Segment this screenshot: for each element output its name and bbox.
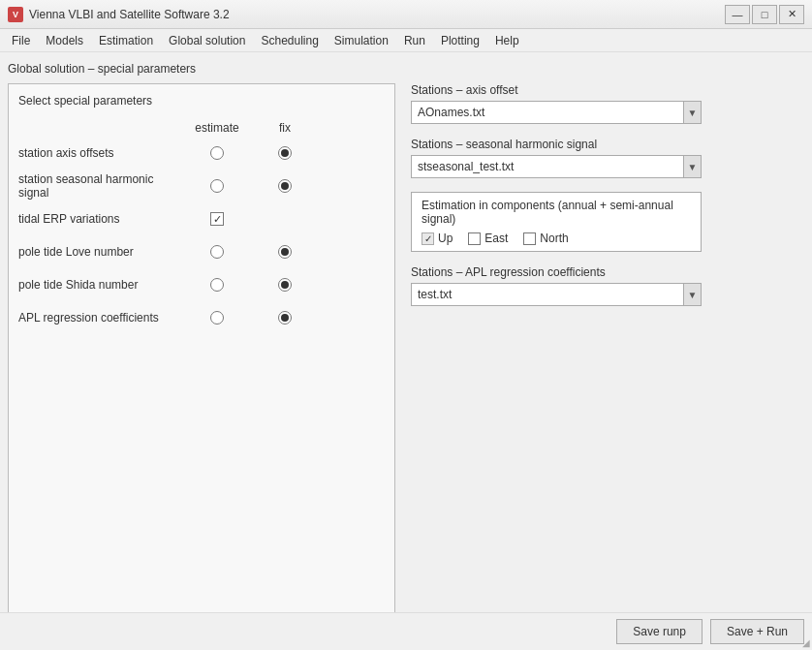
estimation-components-box: Estimation in components (annual + semi-… xyxy=(411,192,702,252)
param-row-tidal-erp: tidal ERP variations xyxy=(18,208,385,230)
menu-run[interactable]: Run xyxy=(396,32,433,49)
radio-fix-4[interactable] xyxy=(278,278,292,292)
fix-radio-apl[interactable] xyxy=(251,311,319,325)
seasonal-harmonic-arrow[interactable]: ▼ xyxy=(683,156,701,177)
menu-help[interactable]: Help xyxy=(487,32,527,49)
window-controls: — □ ✕ xyxy=(725,5,804,24)
radio-estimate-3[interactable] xyxy=(210,245,224,259)
seasonal-harmonic-label: Stations – seasonal harmonic signal xyxy=(411,138,804,151)
fix-radio-seasonal[interactable] xyxy=(251,179,319,193)
estimation-components-label: Estimation in components (annual + semi-… xyxy=(422,199,691,226)
right-panel: Stations – axis offset AOnames.txt ▼ Sta… xyxy=(411,83,804,642)
app-icon: V xyxy=(8,7,23,22)
menu-bar: File Models Estimation Global solution S… xyxy=(0,29,812,52)
radio-fix-1[interactable] xyxy=(278,179,292,193)
column-headers: estimate fix xyxy=(18,121,385,135)
checkbox-east[interactable] xyxy=(468,232,481,245)
checkbox-up-label[interactable]: Up xyxy=(422,232,453,245)
param-row-love-number: pole tide Love number xyxy=(18,241,385,263)
fix-radio-love[interactable] xyxy=(251,245,319,259)
apl-regression-label: Stations – APL regression coefficients xyxy=(411,265,804,279)
close-button[interactable]: ✕ xyxy=(779,5,804,24)
save-and-run-button[interactable]: Save + Run xyxy=(710,619,804,644)
fix-header: fix xyxy=(251,121,319,135)
fix-radio-shida[interactable] xyxy=(251,278,319,292)
checkbox-tidal-erp[interactable] xyxy=(183,212,251,226)
param-label-apl-regression: APL regression coefficients xyxy=(18,311,183,325)
radio-fix-3[interactable] xyxy=(278,245,292,259)
seasonal-harmonic-group: Stations – seasonal harmonic signal stse… xyxy=(411,138,804,178)
checkbox-up[interactable] xyxy=(422,232,434,245)
param-label-tidal-erp: tidal ERP variations xyxy=(18,212,183,226)
axis-offset-group: Stations – axis offset AOnames.txt ▼ xyxy=(411,83,804,124)
window-title: Vienna VLBI and Satellite Software 3.2 xyxy=(29,8,725,21)
axis-offset-label: Stations – axis offset xyxy=(411,83,804,97)
axis-offset-dropdown[interactable]: AOnames.txt ▼ xyxy=(411,101,702,124)
menu-global-solution[interactable]: Global solution xyxy=(161,32,253,49)
fix-radio-axis-offsets[interactable] xyxy=(251,146,319,160)
param-label-seasonal-harmonic: station seasonal harmonic signal xyxy=(18,172,183,200)
radio-estimate-1[interactable] xyxy=(210,179,224,193)
apl-regression-value: test.txt xyxy=(418,288,683,301)
checkbox-north-text: North xyxy=(540,232,568,245)
checkbox-north-label[interactable]: North xyxy=(523,232,568,245)
maximize-button[interactable]: □ xyxy=(752,5,777,24)
estimate-radio-apl[interactable] xyxy=(183,311,251,325)
radio-estimate-4[interactable] xyxy=(210,278,224,292)
main-content: Select special parameters estimate fix s… xyxy=(8,83,804,642)
checkbox-north[interactable] xyxy=(523,232,536,245)
checkbox-up-text: Up xyxy=(438,232,453,245)
estimate-header: estimate xyxy=(183,121,251,135)
axis-offset-arrow[interactable]: ▼ xyxy=(683,102,701,123)
seasonal-harmonic-dropdown[interactable]: stseasonal_test.txt ▼ xyxy=(411,155,702,178)
apl-regression-dropdown[interactable]: test.txt ▼ xyxy=(411,283,702,306)
menu-estimation[interactable]: Estimation xyxy=(91,32,161,49)
radio-estimate-5[interactable] xyxy=(210,311,224,325)
param-row-seasonal-harmonic: station seasonal harmonic signal xyxy=(18,175,385,197)
radio-fix-5[interactable] xyxy=(278,311,292,325)
param-label-shida-number: pole tide Shida number xyxy=(18,278,183,292)
menu-scheduling[interactable]: Scheduling xyxy=(253,32,326,49)
radio-estimate-0[interactable] xyxy=(210,146,224,160)
estimate-radio-love[interactable] xyxy=(183,245,251,259)
apl-regression-group: Stations – APL regression coefficients t… xyxy=(411,265,804,306)
left-panel-title: Select special parameters xyxy=(18,94,385,108)
checkbox-east-text: East xyxy=(484,232,508,245)
param-row-shida-number: pole tide Shida number xyxy=(18,274,385,295)
estimate-radio-axis-offsets[interactable] xyxy=(183,146,251,160)
seasonal-harmonic-value: stseasonal_test.txt xyxy=(418,160,683,173)
estimation-components-group: Estimation in components (annual + semi-… xyxy=(411,192,804,252)
estimation-checkboxes: Up East North xyxy=(422,232,691,245)
menu-file[interactable]: File xyxy=(4,32,38,49)
param-row-apl-regression: APL regression coefficients xyxy=(18,307,385,328)
menu-plotting[interactable]: Plotting xyxy=(433,32,487,49)
menu-simulation[interactable]: Simulation xyxy=(327,32,396,49)
section-title: Global solution – special parameters xyxy=(8,60,804,77)
apl-regression-arrow[interactable]: ▼ xyxy=(683,284,701,305)
estimate-radio-seasonal[interactable] xyxy=(183,179,251,193)
checkbox-tidal-erp-input[interactable] xyxy=(210,212,224,226)
bottom-bar: Save runp Save + Run ◢ xyxy=(0,612,812,650)
param-label-axis-offsets: station axis offsets xyxy=(18,146,183,160)
param-row-axis-offsets: station axis offsets xyxy=(18,142,385,164)
save-runp-button[interactable]: Save runp xyxy=(616,619,703,644)
axis-offset-value: AOnames.txt xyxy=(418,106,683,119)
checkbox-east-label[interactable]: East xyxy=(468,232,508,245)
left-panel: Select special parameters estimate fix s… xyxy=(8,83,395,642)
content-area: Global solution – special parameters Sel… xyxy=(0,52,812,650)
title-bar: V Vienna VLBI and Satellite Software 3.2… xyxy=(0,0,812,29)
estimate-radio-shida[interactable] xyxy=(183,278,251,292)
resize-icon: ◢ xyxy=(802,637,810,648)
menu-models[interactable]: Models xyxy=(38,32,91,49)
minimize-button[interactable]: — xyxy=(725,5,750,24)
param-label-love-number: pole tide Love number xyxy=(18,245,183,259)
radio-fix-0[interactable] xyxy=(278,146,292,160)
